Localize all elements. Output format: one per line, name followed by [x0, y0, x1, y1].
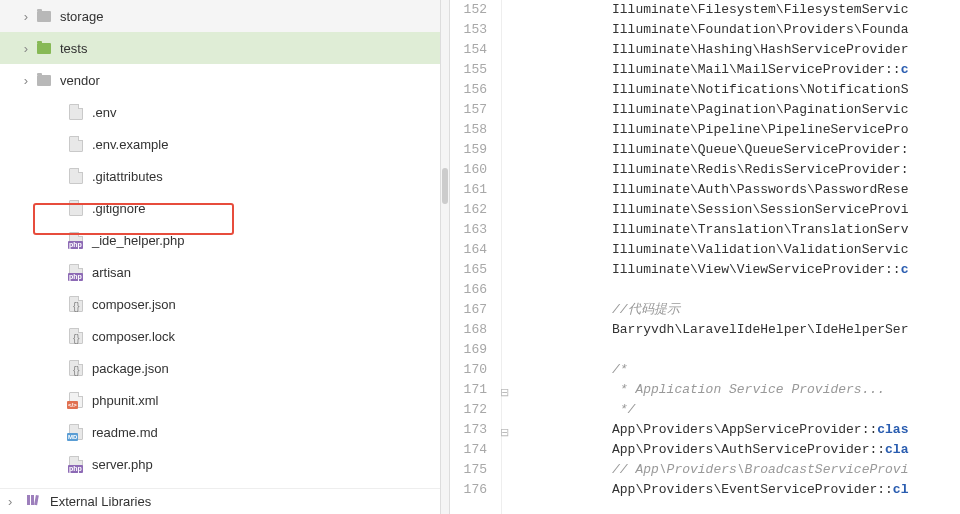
file-icon: </>: [68, 392, 84, 408]
tree-item-label: vendor: [60, 73, 100, 88]
code-line[interactable]: * Application Service Providers...: [612, 380, 960, 400]
fold-minus-icon[interactable]: ⊟: [500, 426, 509, 439]
file-item[interactable]: php_ide_helper.php: [0, 224, 440, 256]
folder-item[interactable]: ›vendor: [0, 64, 440, 96]
scrollbar-thumb[interactable]: [442, 168, 448, 204]
code-line[interactable]: Illuminate\Auth\Passwords\PasswordRese: [612, 180, 960, 200]
line-number: 165: [450, 260, 487, 280]
code-line[interactable]: Illuminate\Redis\RedisServiceProvider:: [612, 160, 960, 180]
line-number: 173: [450, 420, 487, 440]
folder-item[interactable]: ›tests: [0, 32, 440, 64]
code-line[interactable]: Illuminate\Mail\MailServiceProvider::c: [612, 60, 960, 80]
code-line[interactable]: Illuminate\Pipeline\PipelineServicePro: [612, 120, 960, 140]
sidebar-scrollbar[interactable]: [440, 0, 450, 514]
file-item[interactable]: </>phpunit.xml: [0, 384, 440, 416]
line-number: 155: [450, 60, 487, 80]
file-icon: {}: [68, 328, 84, 344]
file-item[interactable]: MDreadme.md: [0, 416, 440, 448]
file-item[interactable]: {}package.json: [0, 352, 440, 384]
svg-rect-0: [27, 495, 30, 505]
tree-item-label: storage: [60, 9, 103, 24]
folder-item[interactable]: ›storage: [0, 0, 440, 32]
file-item[interactable]: .env.example: [0, 128, 440, 160]
external-libraries-label: External Libraries: [50, 494, 151, 509]
line-number: 160: [450, 160, 487, 180]
code-line[interactable]: Illuminate\Notifications\NotificationS: [612, 80, 960, 100]
file-item[interactable]: {}composer.lock: [0, 320, 440, 352]
tree-item-label: .env: [92, 105, 117, 120]
tree-item-label: composer.json: [92, 297, 176, 312]
line-number: 170: [450, 360, 487, 380]
line-number: 154: [450, 40, 487, 60]
code-line[interactable]: //代码提示: [612, 300, 960, 320]
tree-item-label: phpunit.xml: [92, 393, 158, 408]
line-number: 159: [450, 140, 487, 160]
code-line[interactable]: Illuminate\Hashing\HashServiceProvider: [612, 40, 960, 60]
code-line[interactable]: Illuminate\Filesystem\FilesystemServic: [612, 0, 960, 20]
line-number: 157: [450, 100, 487, 120]
code-line[interactable]: App\Providers\AppServiceProvider::clas: [612, 420, 960, 440]
file-icon: php: [68, 264, 84, 280]
external-libraries[interactable]: › External Libraries: [0, 488, 440, 514]
folder-icon: [36, 72, 52, 88]
code-line[interactable]: Illuminate\View\ViewServiceProvider::c: [612, 260, 960, 280]
line-number: 158: [450, 120, 487, 140]
code-content[interactable]: Illuminate\Filesystem\FilesystemServicIl…: [502, 0, 960, 514]
code-line[interactable]: [612, 340, 960, 360]
project-tree[interactable]: ›storage›tests›vendor.env.env.example.gi…: [0, 0, 440, 514]
code-line[interactable]: App\Providers\EventServiceProvider::cl: [612, 480, 960, 500]
line-number: 174: [450, 440, 487, 460]
file-item[interactable]: .gitignore: [0, 192, 440, 224]
file-icon: [68, 200, 84, 216]
line-number: 168: [450, 320, 487, 340]
file-item[interactable]: phpserver.php: [0, 448, 440, 480]
file-icon: MD: [68, 424, 84, 440]
svg-rect-2: [34, 495, 39, 505]
line-gutter: 1521531541551561571581591601611621631641…: [450, 0, 502, 514]
file-icon: [68, 104, 84, 120]
line-number: 166: [450, 280, 487, 300]
file-item[interactable]: phpartisan: [0, 256, 440, 288]
file-item[interactable]: .env: [0, 96, 440, 128]
file-item[interactable]: {}composer.json: [0, 288, 440, 320]
code-line[interactable]: // App\Providers\BroadcastServiceProvi: [612, 460, 960, 480]
svg-rect-1: [31, 495, 34, 505]
code-line[interactable]: Illuminate\Pagination\PaginationServic: [612, 100, 960, 120]
fold-minus-icon[interactable]: ⊟: [500, 386, 509, 399]
chevron-right-icon: ›: [8, 494, 20, 509]
code-line[interactable]: Illuminate\Translation\TranslationServ: [612, 220, 960, 240]
line-number: 164: [450, 240, 487, 260]
tree-item-label: tests: [60, 41, 87, 56]
code-editor[interactable]: 1521531541551561571581591601611621631641…: [450, 0, 960, 514]
chevron-right-icon[interactable]: ›: [20, 74, 32, 86]
code-line[interactable]: */: [612, 400, 960, 420]
line-number: 175: [450, 460, 487, 480]
code-line[interactable]: [612, 280, 960, 300]
folder-icon: [36, 8, 52, 24]
code-line[interactable]: App\Providers\AuthServiceProvider::cla: [612, 440, 960, 460]
tree-item-label: .gitattributes: [92, 169, 163, 184]
line-number: 169: [450, 340, 487, 360]
line-number: 172: [450, 400, 487, 420]
line-number: 162: [450, 200, 487, 220]
line-number: 161: [450, 180, 487, 200]
code-line[interactable]: Illuminate\Queue\QueueServiceProvider:: [612, 140, 960, 160]
file-icon: [68, 136, 84, 152]
file-icon: php: [68, 456, 84, 472]
tree-item-label: composer.lock: [92, 329, 175, 344]
line-number: 167: [450, 300, 487, 320]
tree-item-label: .env.example: [92, 137, 168, 152]
tree-item-label: server.php: [92, 457, 153, 472]
code-line[interactable]: Barryvdh\LaravelIdeHelper\IdeHelperSer: [612, 320, 960, 340]
code-line[interactable]: Illuminate\Foundation\Providers\Founda: [612, 20, 960, 40]
code-line[interactable]: Illuminate\Validation\ValidationServic: [612, 240, 960, 260]
tree-item-label: package.json: [92, 361, 169, 376]
tree-item-label: artisan: [92, 265, 131, 280]
chevron-right-icon[interactable]: ›: [20, 10, 32, 22]
line-number: 163: [450, 220, 487, 240]
code-line[interactable]: /*: [612, 360, 960, 380]
chevron-right-icon[interactable]: ›: [20, 42, 32, 54]
file-item[interactable]: .gitattributes: [0, 160, 440, 192]
code-line[interactable]: Illuminate\Session\SessionServiceProvi: [612, 200, 960, 220]
file-icon: php: [68, 232, 84, 248]
